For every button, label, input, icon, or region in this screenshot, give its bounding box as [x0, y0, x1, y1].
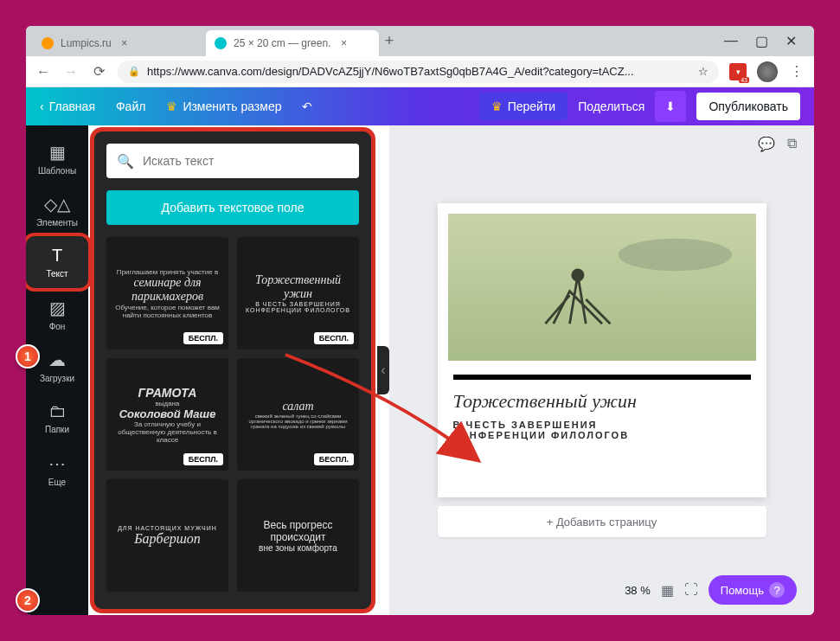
divider: [453, 375, 751, 380]
text-template[interactable]: Весь прогресс происходит вне зоны комфор…: [237, 479, 359, 592]
design-subtitle[interactable]: КОНФЕРЕНЦИИ ФИЛОЛОГОВ: [453, 430, 751, 440]
sidebar-item-more[interactable]: ⋯Еще: [26, 444, 88, 496]
comment-icon[interactable]: 💬: [758, 136, 775, 152]
browser-tab-active[interactable]: 25 × 20 cm — green. ×: [206, 30, 379, 56]
star-icon[interactable]: ☆: [698, 65, 709, 78]
search-input[interactable]: [143, 154, 349, 168]
grid-icon: ▦: [49, 142, 66, 163]
browser-titlebar: Lumpics.ru × 25 × 20 cm — green. × + — ▢…: [26, 26, 814, 56]
sidebar-item-elements[interactable]: ◇△Элементы: [26, 184, 88, 236]
canvas-area: 💬 ⧉ Торжест: [389, 125, 814, 615]
resize-button[interactable]: ♛Изменить размер: [166, 99, 281, 113]
design-image: [448, 214, 756, 361]
sidebar-item-templates[interactable]: ▦Шаблоны: [26, 132, 88, 184]
text-icon: T: [52, 246, 62, 266]
help-button[interactable]: Помощь?: [709, 575, 797, 605]
upgrade-button[interactable]: ♛Перейти: [479, 93, 567, 120]
crown-icon: ♛: [166, 99, 177, 113]
undo-icon[interactable]: ↶: [302, 99, 312, 113]
favicon: [42, 37, 54, 49]
minimize-icon[interactable]: —: [724, 33, 738, 49]
extension-badge[interactable]: ▾: [729, 63, 747, 80]
folder-icon: 🗀: [48, 401, 66, 421]
app-header: ‹Главная Файл ♛Изменить размер ↶ ♛Перейт…: [26, 87, 814, 125]
maximize-icon[interactable]: ▢: [755, 33, 768, 49]
tab-title: Lumpics.ru: [61, 37, 112, 49]
search-box[interactable]: 🔍: [106, 144, 359, 178]
cloud-icon: ☁: [48, 349, 66, 370]
download-icon: ⬇: [665, 99, 676, 113]
free-badge: БЕСПЛ.: [314, 332, 354, 344]
sidebar-item-folders[interactable]: 🗀Папки: [26, 392, 88, 444]
address-bar: ← → ⟳ 🔒 https://www.canva.com/design/DAD…: [26, 56, 814, 87]
sidebar-item-text[interactable]: TТекст: [26, 236, 88, 288]
add-text-button[interactable]: Добавить текстовое поле: [106, 190, 359, 225]
text-template[interactable]: салат свежий зеленый тунец со слайсами о…: [237, 358, 359, 471]
design-page[interactable]: Торжественный ужин В ЧЕСТЬ ЗАВЕРШЕНИЯ КО…: [438, 203, 766, 497]
url-input[interactable]: 🔒 https://www.canva.com/design/DADVcAZ5j…: [118, 61, 719, 83]
close-icon[interactable]: ×: [119, 37, 131, 49]
fullscreen-icon[interactable]: ⛶: [684, 582, 698, 598]
forward-icon[interactable]: →: [62, 63, 80, 80]
publish-button[interactable]: Опубликовать: [696, 93, 800, 120]
lock-icon: 🔒: [128, 66, 140, 77]
svg-point-1: [571, 268, 584, 281]
close-icon[interactable]: ×: [337, 37, 349, 49]
text-template[interactable]: ГРАМОТА выдана Соколовой Маше За отличну…: [106, 358, 228, 471]
url-text: https://www.canva.com/design/DADVcAZ5jjY…: [147, 65, 634, 78]
svg-point-0: [618, 239, 731, 271]
search-icon: 🔍: [117, 153, 134, 170]
shapes-icon: ◇△: [44, 194, 70, 215]
free-badge: БЕСПЛ.: [183, 453, 223, 465]
collapse-panel-button[interactable]: ‹: [377, 346, 389, 394]
reload-icon[interactable]: ⟳: [90, 63, 107, 80]
menu-icon[interactable]: ⋮: [788, 63, 805, 80]
new-tab-button[interactable]: +: [379, 32, 400, 50]
close-icon[interactable]: ✕: [785, 33, 797, 49]
texture-icon: ▨: [49, 298, 66, 318]
favicon: [215, 37, 227, 49]
text-template[interactable]: Приглашаем принять участие в семинаре дл…: [106, 237, 228, 349]
design-subtitle[interactable]: В ЧЕСТЬ ЗАВЕРШЕНИЯ: [453, 420, 751, 430]
annotation-badge-1: 1: [16, 344, 40, 369]
tab-title: 25 × 20 cm — green.: [234, 37, 330, 49]
download-button[interactable]: ⬇: [655, 91, 686, 122]
annotation-badge-2: 2: [16, 588, 40, 612]
more-icon: ⋯: [48, 453, 66, 474]
browser-tab[interactable]: Lumpics.ru ×: [33, 30, 206, 56]
duplicate-icon[interactable]: ⧉: [787, 136, 797, 152]
sidebar: ▦Шаблоны ◇△Элементы TТекст ▨Фон ☁Загрузк…: [26, 125, 88, 615]
back-icon[interactable]: ←: [35, 63, 52, 80]
free-badge: БЕСПЛ.: [183, 332, 223, 344]
design-title[interactable]: Торжественный ужин: [453, 390, 751, 413]
add-page-button[interactable]: + Добавить страницу: [438, 506, 766, 537]
free-badge: БЕСПЛ.: [314, 453, 354, 465]
zoom-level[interactable]: 38 %: [625, 584, 651, 597]
home-button[interactable]: ‹Главная: [40, 99, 95, 113]
profile-avatar[interactable]: [757, 61, 778, 82]
chevron-left-icon: ‹: [40, 99, 44, 113]
share-button[interactable]: Поделиться: [578, 99, 644, 113]
crown-icon: ♛: [491, 99, 503, 113]
text-template[interactable]: ДЛЯ НАСТОЯЩИХ МУЖЧИН Барбершоп: [106, 479, 228, 592]
text-panel: 🔍 Добавить текстовое поле Приглашаем при…: [90, 127, 375, 613]
text-template[interactable]: Торжественный ужин В ЧЕСТЬ ЗАВЕРШЕНИЯ КО…: [237, 237, 359, 349]
file-menu[interactable]: Файл: [116, 99, 145, 113]
grid-view-icon[interactable]: ▦: [661, 582, 674, 599]
sidebar-item-background[interactable]: ▨Фон: [26, 288, 88, 340]
